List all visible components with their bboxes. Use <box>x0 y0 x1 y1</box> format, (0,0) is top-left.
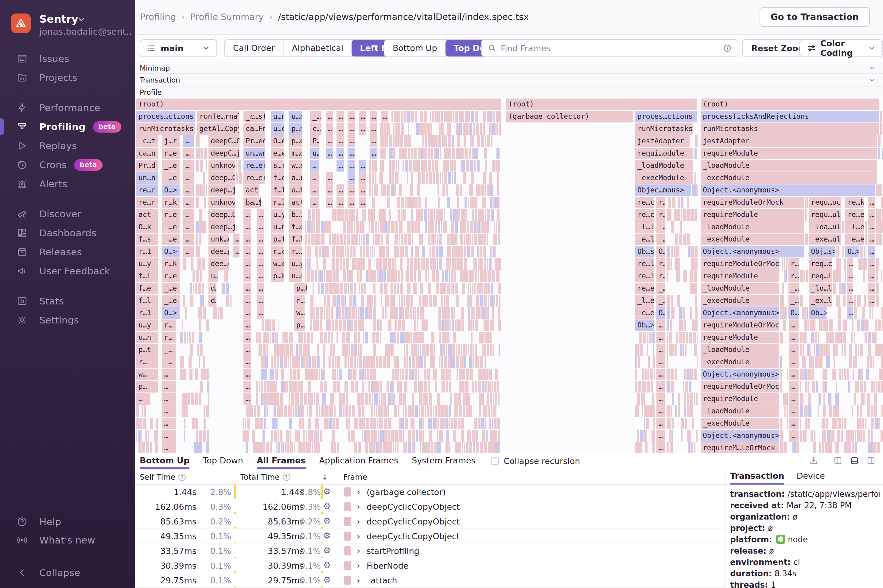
flame-frame-small[interactable] <box>379 258 382 270</box>
flame-frame-small[interactable] <box>800 344 802 356</box>
flame-frame[interactable]: … <box>359 172 366 184</box>
flame-frame[interactable]: … <box>243 221 251 233</box>
flame-frame-small[interactable] <box>473 442 475 453</box>
flame-frame-small[interactable] <box>683 270 687 282</box>
flame-frame-small[interactable] <box>458 393 461 405</box>
flame-frame[interactable]: p…e <box>289 135 302 147</box>
flame-frame-small[interactable] <box>452 148 455 159</box>
flame-frame-small[interactable] <box>826 344 830 356</box>
flame-frame-small[interactable] <box>363 356 366 368</box>
flame-frame-small[interactable] <box>473 356 474 368</box>
flame-frame-small[interactable] <box>316 320 319 331</box>
flame-frame-small[interactable] <box>694 270 697 282</box>
flame-frame-small[interactable] <box>390 430 394 442</box>
flame-frame-small[interactable] <box>411 209 413 220</box>
flame-frame-small[interactable] <box>354 332 357 344</box>
flame-frame[interactable]: … <box>257 307 264 319</box>
flame-frame-small[interactable] <box>349 295 353 307</box>
flame-frame-small[interactable] <box>808 393 811 405</box>
flame-frame[interactable]: … <box>243 320 251 331</box>
flame-frame-small[interactable] <box>187 332 188 344</box>
flame-frame-small[interactable] <box>311 295 312 307</box>
flame-frame-small[interactable] <box>326 307 327 319</box>
flame-frame-small[interactable] <box>199 430 202 442</box>
flame-frame-small[interactable] <box>362 209 363 220</box>
flame-frame[interactable]: … <box>369 123 377 135</box>
flame-frame-small[interactable] <box>250 405 253 417</box>
flame-frame-small[interactable] <box>485 332 487 344</box>
flame-frame-small[interactable] <box>679 320 681 331</box>
flame-frame-small[interactable] <box>369 221 370 233</box>
flame-frame-small[interactable] <box>467 295 469 307</box>
flame-frame[interactable]: O…> <box>845 246 859 258</box>
flame-frame-small[interactable] <box>305 270 306 282</box>
flame-frame-small[interactable] <box>329 307 330 319</box>
flame-frame-small[interactable] <box>490 418 491 429</box>
flame-frame-small[interactable] <box>780 442 783 453</box>
flame-frame-small[interactable] <box>842 283 845 294</box>
flame-frame[interactable]: requi…odule <box>635 148 693 159</box>
flame-frame-small[interactable] <box>417 344 419 356</box>
flame-frame-small[interactable] <box>150 442 152 453</box>
flame-frame-small[interactable] <box>469 148 471 159</box>
flame-frame-small[interactable] <box>691 258 695 270</box>
flame-frame-small[interactable] <box>400 258 402 270</box>
flame-frame-small[interactable] <box>375 332 379 344</box>
flame-frame-small[interactable] <box>206 320 209 331</box>
flame-frame-small[interactable] <box>495 442 498 453</box>
flame-frame-small[interactable] <box>449 381 451 393</box>
flame-frame-small[interactable] <box>438 221 440 233</box>
flame-frame-small[interactable] <box>460 356 464 368</box>
flame-frame-small[interactable] <box>359 418 361 429</box>
flame-frame[interactable]: p…n <box>289 123 302 135</box>
flame-frame-small[interactable] <box>278 320 279 331</box>
flame-frame-small[interactable] <box>200 160 203 171</box>
flame-frame-small[interactable] <box>826 418 828 429</box>
flame-frame-small[interactable] <box>454 405 458 417</box>
tab-device[interactable]: Device <box>796 469 824 484</box>
flame-frame-small[interactable] <box>787 405 788 417</box>
flame-frame-small[interactable] <box>291 393 294 405</box>
flame-frame[interactable]: _execModule <box>701 295 779 307</box>
flame-frame-small[interactable] <box>868 344 871 356</box>
flame-frame-small[interactable] <box>261 381 263 393</box>
flame-frame-small[interactable] <box>780 430 783 442</box>
flame-frame-small[interactable] <box>475 381 477 393</box>
flame-frame-small[interactable] <box>493 393 495 405</box>
flame-frame[interactable]: getAl…Copy <box>197 123 239 135</box>
flame-frame-small[interactable] <box>424 111 427 123</box>
flame-frame-small[interactable] <box>476 123 479 135</box>
flame-frame-small[interactable] <box>436 209 440 220</box>
flame-frame-small[interactable] <box>431 123 432 135</box>
flame-frame-small[interactable] <box>652 332 655 344</box>
flame-frame-small[interactable] <box>362 381 365 393</box>
flame-frame-small[interactable] <box>439 123 441 135</box>
flame-frame-small[interactable] <box>464 356 466 368</box>
flame-frame[interactable]: … <box>789 430 799 442</box>
flame-frame-small[interactable] <box>417 160 420 171</box>
flame-frame-small[interactable] <box>327 246 329 258</box>
flame-frame-small[interactable] <box>150 418 153 429</box>
flame-frame-small[interactable] <box>484 295 485 307</box>
flame-frame-small[interactable] <box>490 393 492 405</box>
flame-frame[interactable]: u…e <box>271 123 284 135</box>
flame-frame-small[interactable] <box>482 332 485 344</box>
flame-frame-small[interactable] <box>335 320 339 331</box>
flame-frame-small[interactable] <box>866 258 867 270</box>
flame-frame-small[interactable] <box>676 270 680 282</box>
flame-frame-small[interactable] <box>477 283 481 294</box>
flame-frame-small[interactable] <box>487 258 488 270</box>
flame-frame[interactable]: dee…ct <box>209 258 229 270</box>
flame-frame-small[interactable] <box>354 418 358 429</box>
flame-frame-small[interactable] <box>182 356 185 368</box>
flame-frame-small[interactable] <box>393 442 395 453</box>
flame-frame-small[interactable] <box>387 123 390 135</box>
flame-frame-small[interactable] <box>470 344 472 356</box>
flame-frame-small[interactable] <box>668 197 671 208</box>
flame-frame-small[interactable] <box>675 405 677 417</box>
flame-frame[interactable]: … <box>310 184 319 196</box>
flame-frame-small[interactable] <box>396 332 399 344</box>
flame-frame-small[interactable] <box>494 221 496 233</box>
flame-frame-small[interactable] <box>263 393 267 405</box>
flame-frame-small[interactable] <box>459 442 461 453</box>
